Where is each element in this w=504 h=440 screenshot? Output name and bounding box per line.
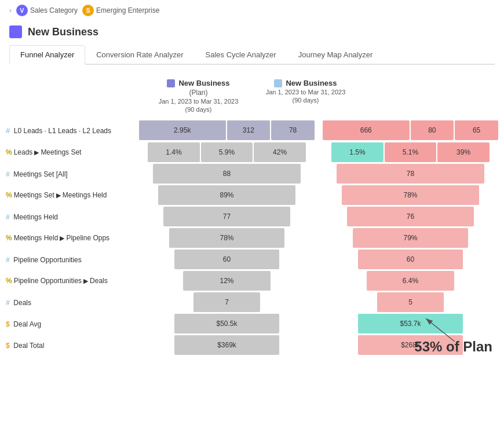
row-label-meetings-conv: % Meetings Set ▶ Meetings Held (6, 191, 139, 199)
seg-left-6: 60 (139, 250, 315, 269)
legend-right-days: (90 days) (293, 97, 319, 104)
legend-row: New Business (Plan) Jan 1, 2023 to Mar 3… (6, 74, 498, 120)
cell-12pct: 12% (183, 271, 271, 291)
legend-left-swatch (167, 79, 175, 87)
tab-funnel-analyzer[interactable]: Funnel Analyzer (9, 45, 85, 65)
cell-1.5pct: 1.5% (331, 142, 384, 162)
cell-666: 666 (323, 120, 410, 140)
row-segments-9: $50.5k $53.7k (139, 314, 498, 333)
label-pipeline-2: Pipeline Opportunities (14, 277, 82, 285)
row-segments-7: 12% 6.4% (139, 271, 498, 291)
cell-1.4pct: 1.4% (148, 142, 200, 162)
badge-s: S (82, 5, 94, 16)
cell-39pct: 39% (437, 142, 490, 162)
cell-5.1pct: 5.1% (385, 142, 437, 162)
row-label-deals-conv: % Pipeline Opportunities ▶ Deals (6, 277, 139, 285)
icon-dollar-9: $ (6, 320, 10, 328)
cell-78-r: 78 (337, 164, 484, 184)
row-label-deal-total: $ Deal Total (6, 341, 139, 350)
cell-5.9pct: 5.9% (201, 142, 253, 162)
cell-88: 88 (153, 164, 301, 184)
seg-right-9: $53.7k (323, 314, 498, 333)
legend-right-swatch (274, 79, 282, 87)
seg-left-0: 2.95k 312 78 (139, 120, 315, 140)
legend-left-label: New Business (178, 79, 229, 87)
label-meetings-held-2: Meetings Held (14, 234, 59, 242)
breadcrumb: › V Sales Category S Emerging Enterprise (0, 0, 504, 21)
cell-312: 312 (227, 120, 271, 140)
tab-sales-cycle[interactable]: Sales Cycle Analyzer (195, 45, 287, 64)
cell-6.4pct: 6.4% (367, 271, 455, 291)
row-meetings-set-all: # Meetings Set [All] 88 78 (6, 164, 498, 184)
icon-hash-6: # (6, 256, 10, 264)
row-segments-10: $369k $268k (139, 335, 498, 355)
funnel-container: # L0 Leads · L1 Leads · L2 Leads 2.95k 3… (6, 120, 498, 355)
arrow-3: ▶ (56, 192, 61, 199)
row-label-meetings-all: # Meetings Set [All] (6, 170, 139, 178)
seg-left-9: $50.5k (139, 314, 315, 333)
cell-89pct: 89% (158, 185, 295, 205)
cell-60-r: 60 (358, 250, 463, 269)
arrow-7: ▶ (83, 277, 88, 285)
cell-42pct: 42% (254, 142, 306, 162)
seg-left-1: 1.4% 5.9% 42% (139, 142, 315, 162)
cell-77: 77 (163, 207, 290, 226)
seg-right-10: $268k (323, 335, 498, 355)
row-pipeline-opps: # Pipeline Opportunities 60 60 (6, 250, 498, 269)
icon-hash-2: # (6, 170, 10, 178)
tab-conversion-rate[interactable]: Conversion Rate Analyzer (85, 45, 194, 64)
seg-right-1: 1.5% 5.1% 39% (323, 142, 498, 162)
tab-journey-map[interactable]: Journey Map Analyzer (287, 45, 384, 64)
row-meetings-conv: % Meetings Set ▶ Meetings Held 89% 78% (6, 185, 498, 205)
label-deals: Deals (90, 277, 108, 285)
row-segments-3: 89% 78% (139, 185, 498, 205)
icon-dollar-10: $ (6, 342, 10, 350)
cell-5: 5 (377, 292, 444, 312)
row-label-pipeline-opps: # Pipeline Opportunities (6, 255, 139, 264)
icon-pct-1: % (6, 148, 12, 156)
label-pipeline-opps: Pipeline Opps (66, 234, 109, 242)
seg-right-4: 76 (323, 207, 498, 226)
icon-pct-5: % (6, 234, 12, 242)
label-text-0: L0 Leads · L1 Leads · L2 Leads (14, 127, 111, 135)
row-leads-conv: % Leads ▶ Meetings Set 1.4% 5.9% 42% (6, 142, 498, 162)
cell-50.5k: $50.5k (174, 314, 280, 333)
label-meetings-set: Meetings Set (41, 148, 81, 156)
label-text-10: Deal Total (13, 342, 44, 350)
breadcrumb-sep: › (9, 6, 12, 14)
legend-right-date: Jan 1, 2023 to Mar 31, 2023 (266, 89, 346, 96)
cell-7: 7 (193, 292, 260, 312)
seg-left-2: 88 (139, 164, 315, 184)
legend-left-sub: (Plan) (189, 89, 207, 97)
seg-left-10: $369k (139, 335, 315, 355)
legend-left: New Business (Plan) Jan 1, 2023 to Mar 3… (159, 79, 239, 113)
icon-hash-8: # (6, 299, 10, 307)
seg-left-5: 78% (139, 228, 315, 248)
seg-right-0: 666 80 65 (323, 120, 498, 140)
seg-right-8: 5 (323, 292, 498, 312)
cell-79pct: 79% (353, 228, 469, 248)
row-segments-4: 77 76 (139, 207, 498, 226)
row-label-deals: # Deals (6, 298, 139, 307)
label-text-8: Deals (13, 299, 31, 307)
row-deals-conv: % Pipeline Opportunities ▶ Deals 12% 6.4… (6, 271, 498, 291)
breadcrumb-item-sales[interactable]: V Sales Category (16, 5, 78, 16)
cell-78pct: 78% (342, 185, 479, 205)
legend-left-date: Jan 1, 2023 to Mar 31, 2023 (159, 98, 239, 105)
cell-78pct-2: 78% (169, 228, 285, 248)
label-meetings-set-2: Meetings Set (14, 191, 54, 199)
seg-right-7: 6.4% (323, 271, 498, 291)
row-label-leads-conv: % Leads ▶ Meetings Set (6, 148, 139, 156)
row-deal-avg: $ Deal Avg $50.5k $53.7k (6, 314, 498, 333)
seg-left-7: 12% (139, 271, 315, 291)
cell-80: 80 (411, 120, 454, 140)
cell-53.7k: $53.7k (358, 314, 463, 333)
row-segments-2: 88 78 (139, 164, 498, 184)
breadcrumb-label-enterprise: Emerging Enterprise (96, 6, 159, 14)
arrow-5: ▶ (60, 234, 64, 242)
row-segments-5: 78% 79% (139, 228, 498, 248)
page-title: New Business (28, 26, 98, 38)
icon-hash-4: # (6, 213, 10, 221)
seg-left-4: 77 (139, 207, 315, 226)
breadcrumb-item-enterprise[interactable]: S Emerging Enterprise (82, 5, 159, 16)
